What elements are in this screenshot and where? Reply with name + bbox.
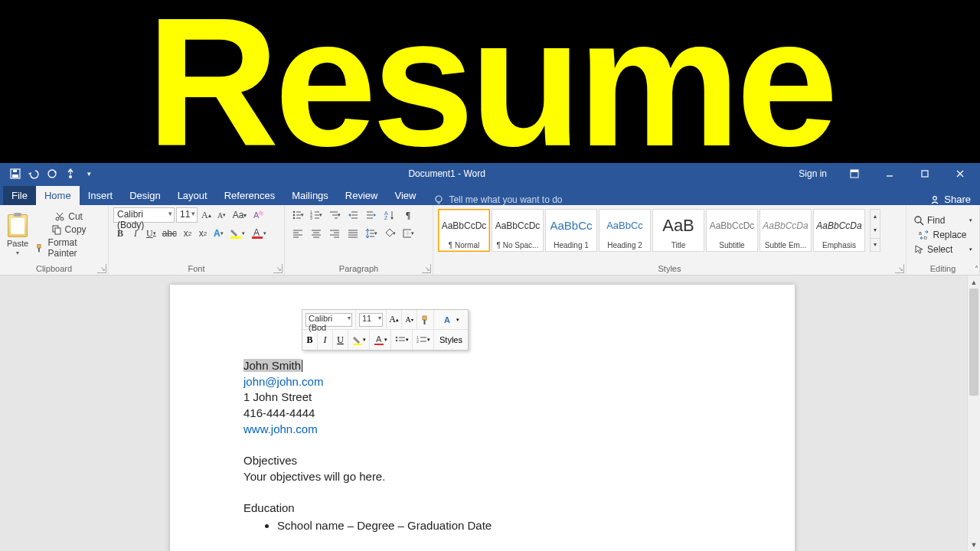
tab-layout[interactable]: Layout — [169, 186, 216, 205]
shading-button[interactable]: ▾ — [381, 226, 398, 241]
select-button[interactable]: Select▾ — [911, 243, 975, 256]
tell-me-search[interactable]: Tell me what you want to do — [424, 194, 571, 205]
copy-button[interactable]: Copy — [34, 223, 103, 236]
mini-underline[interactable]: U — [333, 330, 348, 350]
education-heading[interactable]: Education — [243, 500, 721, 517]
vertical-scrollbar[interactable]: ▲ ▼ — [967, 276, 980, 551]
tab-review[interactable]: Review — [337, 186, 387, 205]
maximize-button[interactable] — [910, 163, 940, 184]
align-right-button[interactable] — [326, 226, 343, 241]
qat-customize-icon[interactable]: ▾ — [83, 168, 95, 180]
resume-website-line[interactable]: www.john.com — [243, 422, 721, 438]
borders-button[interactable]: ▾ — [400, 226, 416, 241]
styles-dialog-launcher[interactable]: ↘ — [895, 264, 904, 273]
line-spacing-button[interactable]: ▾ — [363, 226, 380, 241]
mini-numbering[interactable]: 12▾ — [413, 330, 434, 350]
cut-button[interactable]: Cut — [34, 210, 103, 223]
sign-in-link[interactable]: Sign in — [799, 168, 827, 179]
objectives-text[interactable]: Your objectives will go here. — [243, 469, 721, 485]
align-left-button[interactable] — [289, 226, 306, 241]
tab-references[interactable]: References — [216, 186, 283, 205]
mini-styles-button[interactable]: A▾ — [434, 310, 468, 329]
style-subtle-emphasis[interactable]: AaBbCcDaSubtle Em... — [760, 209, 812, 252]
collapse-ribbon-button[interactable]: ˄ — [975, 265, 978, 273]
education-item[interactable]: School name – Degree – Graduation Date — [277, 518, 721, 534]
numbering-button[interactable]: 123▾ — [308, 207, 325, 223]
subscript-button[interactable]: x2 — [181, 226, 194, 241]
styles-scroll-up[interactable]: ▴ — [871, 210, 880, 223]
scroll-thumb[interactable] — [969, 289, 978, 396]
save-icon[interactable] — [9, 168, 21, 180]
tab-home[interactable]: Home — [36, 186, 80, 205]
replace-button[interactable]: abReplace — [911, 228, 975, 242]
decrease-indent-button[interactable] — [345, 207, 361, 223]
style-subtitle[interactable]: AaBbCcDcSubtitle — [706, 209, 758, 252]
objectives-heading[interactable]: Objectives — [243, 453, 721, 469]
mini-font-size[interactable]: 11 — [359, 313, 383, 327]
style-no-spacing[interactable]: AaBbCcDc¶ No Spac... — [492, 209, 544, 252]
highlight-color-button[interactable]: ▾ — [227, 226, 247, 241]
mini-increase-font[interactable]: A▴ — [387, 310, 402, 329]
font-name-dropdown[interactable]: Calibri (Body) — [113, 207, 175, 223]
scroll-down-arrow[interactable]: ▼ — [968, 538, 980, 551]
multilevel-list-button[interactable]: ▾ — [326, 207, 343, 223]
mini-bold[interactable]: B — [302, 330, 318, 350]
superscript-button[interactable]: x2 — [196, 226, 210, 241]
show-hide-marks-button[interactable]: ¶ — [400, 207, 416, 223]
font-dialog-launcher[interactable]: ↘ — [273, 264, 283, 273]
align-center-button[interactable] — [308, 226, 325, 241]
style-normal[interactable]: AaBbCcDc¶ Normal — [438, 209, 490, 252]
scroll-up-arrow[interactable]: ▲ — [968, 276, 980, 289]
tab-file[interactable]: File — [3, 186, 36, 205]
change-case-button[interactable]: Aa▾ — [230, 207, 250, 223]
mini-highlight[interactable]: ▾ — [348, 330, 370, 350]
tab-view[interactable]: View — [386, 186, 424, 205]
share-button[interactable]: Share — [929, 194, 971, 205]
undo-icon[interactable] — [28, 168, 40, 180]
paragraph-dialog-launcher[interactable]: ↘ — [422, 264, 431, 273]
touch-mode-icon[interactable] — [64, 168, 77, 180]
styles-expand[interactable]: ▾ — [871, 238, 880, 251]
ribbon-display-options-icon[interactable] — [839, 163, 870, 184]
style-heading-1[interactable]: AaBbCcHeading 1 — [545, 209, 597, 252]
resume-name-line[interactable]: John Smith — [243, 358, 721, 374]
format-painter-button[interactable]: Format Painter — [34, 236, 103, 259]
close-button[interactable] — [945, 163, 975, 184]
style-title[interactable]: AaBTitle — [652, 209, 704, 252]
resume-phone-line[interactable]: 416-444-4444 — [243, 406, 721, 422]
mini-font-name[interactable]: Calibri (Bod — [305, 313, 352, 327]
resume-address-line[interactable]: 1 John Street — [243, 390, 721, 406]
tab-mailings[interactable]: Mailings — [283, 186, 337, 205]
font-color-button[interactable]: A▾ — [249, 226, 269, 241]
strikethrough-button[interactable]: abc — [160, 226, 179, 241]
sort-button[interactable]: AZ — [381, 207, 398, 223]
clipboard-dialog-launcher[interactable]: ↘ — [97, 264, 106, 273]
redo-icon[interactable] — [46, 168, 58, 180]
text-effects-button[interactable]: A▾ — [211, 226, 226, 241]
tab-design[interactable]: Design — [121, 186, 168, 205]
bullets-button[interactable]: ▾ — [289, 207, 306, 223]
tab-insert[interactable]: Insert — [80, 186, 122, 205]
styles-scroll-down[interactable]: ▾ — [871, 223, 880, 236]
decrease-font-size-button[interactable]: A▾ — [215, 207, 229, 223]
style-heading-2[interactable]: AaBbCcHeading 2 — [599, 209, 651, 252]
underline-button[interactable]: U▾ — [144, 226, 158, 241]
clear-formatting-button[interactable]: A — [250, 207, 266, 223]
justify-button[interactable] — [345, 226, 361, 241]
mini-styles-label[interactable]: Styles — [434, 330, 468, 350]
increase-indent-button[interactable] — [363, 207, 380, 223]
mini-bullets[interactable]: ▾ — [391, 330, 413, 350]
increase-font-size-button[interactable]: A▴ — [199, 207, 214, 223]
font-size-dropdown[interactable]: 11 — [176, 207, 198, 223]
resume-email-line[interactable]: john@john.com — [243, 374, 721, 390]
find-button[interactable]: Find▾ — [911, 214, 975, 227]
mini-font-color[interactable]: A▾ — [370, 330, 391, 350]
page[interactable]: John Smith john@john.com 1 John Street 4… — [170, 285, 795, 551]
style-emphasis[interactable]: AaBbCcDaEmphasis — [813, 209, 865, 252]
mini-italic[interactable]: I — [318, 330, 333, 350]
mini-format-painter[interactable] — [417, 310, 434, 329]
minimize-button[interactable] — [874, 163, 905, 184]
mini-decrease-font[interactable]: A▾ — [402, 310, 417, 329]
mini-toolbar: Calibri (Bod 11 A▴ A▾ A▾ B I U ▾ A▾ ▾ 12… — [302, 309, 469, 350]
paste-button[interactable]: Paste ▾ — [5, 207, 31, 262]
